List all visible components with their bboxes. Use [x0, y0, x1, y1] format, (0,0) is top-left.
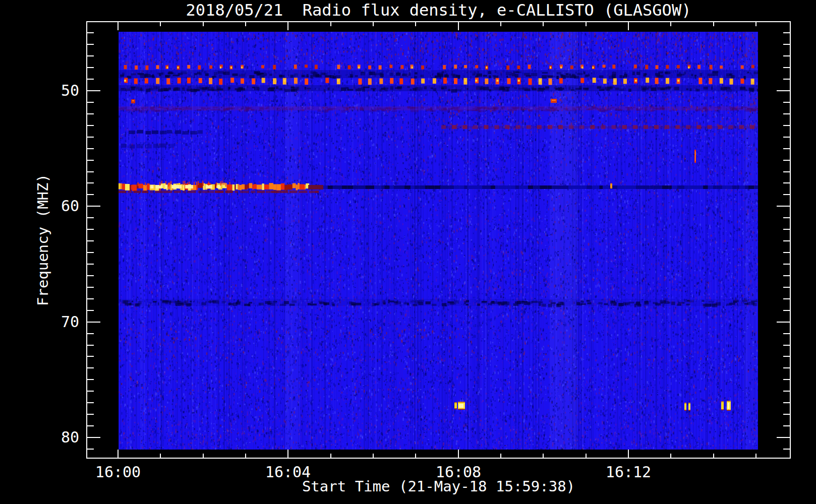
x-tick-major-top	[118, 22, 119, 30]
x-tick-minor-top	[670, 22, 671, 26]
y-tick-major-right	[777, 322, 790, 323]
y-tick-minor-right	[783, 333, 790, 334]
y-tick-minor-right	[783, 113, 790, 114]
y-tick-minor-right	[783, 55, 790, 56]
y-tick-minor	[87, 275, 94, 276]
y-tick-major	[87, 90, 100, 91]
x-tick-minor-top	[160, 22, 161, 26]
y-tick-minor	[87, 298, 94, 299]
y-tick-minor	[87, 160, 94, 161]
y-tick-minor	[87, 217, 94, 218]
y-tick-minor	[87, 252, 94, 253]
x-tick-minor	[330, 454, 331, 458]
y-tick-minor-right	[783, 449, 790, 450]
x-axis-title: Start Time (21-May-18 15:59:38)	[86, 478, 791, 495]
y-tick-minor	[87, 345, 94, 346]
y-tick-minor-right	[783, 264, 790, 265]
y-axis-title: Frequency (MHZ)	[34, 21, 51, 459]
y-tick-minor-right	[783, 252, 790, 253]
y-tick-minor	[87, 229, 94, 230]
y-tick-minor-right	[783, 79, 790, 80]
y-tick-minor-right	[783, 102, 790, 103]
y-tick-major	[87, 206, 100, 207]
y-tick-minor	[87, 287, 94, 288]
y-tick-minor	[87, 67, 94, 68]
x-tick-minor	[670, 454, 671, 458]
y-tick-minor	[87, 194, 94, 195]
y-tick-minor-right	[783, 345, 790, 346]
y-tick-minor-right	[783, 217, 790, 218]
y-tick-minor-right	[783, 275, 790, 276]
y-tick-minor	[87, 367, 94, 368]
y-tick-minor	[87, 171, 94, 172]
y-tick-minor-right	[783, 125, 790, 126]
x-tick-minor	[586, 454, 587, 458]
y-tick-minor-right	[783, 367, 790, 368]
x-tick-minor-top	[415, 22, 416, 26]
y-tick-major	[87, 437, 100, 438]
y-tick-minor-right	[783, 148, 790, 149]
x-tick-minor-top	[713, 22, 714, 26]
y-tick-minor	[87, 55, 94, 56]
x-tick-minor-top	[586, 22, 587, 26]
y-tick-minor-right	[783, 391, 790, 392]
y-tick-minor	[87, 182, 94, 183]
y-tick-minor-right	[783, 32, 790, 33]
chart-title: 2018/05/21 Radio flux density, e-CALLIST…	[86, 1, 791, 20]
y-tick-minor	[87, 310, 94, 311]
y-tick-minor-right	[783, 298, 790, 299]
y-tick-minor	[87, 102, 94, 103]
x-tick-minor-top	[203, 22, 204, 26]
spectrogram-page: 2018/05/21 Radio flux density, e-CALLIST…	[0, 0, 816, 504]
y-tick-minor-right	[783, 182, 790, 183]
y-tick-minor	[87, 240, 94, 241]
x-tick-minor	[203, 454, 204, 458]
x-tick-minor-top	[373, 22, 374, 26]
y-tick-major-right	[777, 437, 790, 438]
y-tick-major	[87, 322, 100, 323]
y-tick-minor	[87, 414, 94, 415]
y-tick-minor-right	[783, 379, 790, 380]
x-tick-minor	[245, 454, 246, 458]
y-tick-minor-right	[783, 171, 790, 172]
y-tick-minor	[87, 402, 94, 403]
x-tick-minor	[500, 454, 501, 458]
y-tick-minor-right	[783, 67, 790, 68]
y-tick-minor-right	[783, 240, 790, 241]
x-tick-minor	[160, 454, 161, 458]
y-tick-minor	[87, 379, 94, 380]
x-tick-minor	[415, 454, 416, 458]
y-tick-minor	[87, 333, 94, 334]
spectrogram-image	[119, 32, 758, 450]
y-tick-minor-right	[783, 287, 790, 288]
y-tick-minor	[87, 32, 94, 33]
x-tick-minor-top	[245, 22, 246, 26]
x-tick-minor	[373, 454, 374, 458]
y-tick-minor	[87, 356, 94, 357]
x-tick-major	[458, 450, 459, 458]
y-tick-minor-right	[783, 356, 790, 357]
y-tick-minor-right	[783, 310, 790, 311]
y-tick-minor-right	[783, 194, 790, 195]
x-tick-minor	[543, 454, 544, 458]
y-tick-minor	[87, 125, 94, 126]
x-tick-major	[118, 450, 119, 458]
y-tick-minor	[87, 425, 94, 426]
y-tick-minor	[87, 449, 94, 450]
y-axis-title-text: Frequency (MHZ)	[34, 174, 51, 306]
x-tick-major-top	[287, 22, 288, 30]
x-tick-minor-top	[755, 22, 756, 26]
y-tick-minor	[87, 148, 94, 149]
x-tick-major-top	[458, 22, 459, 30]
y-tick-minor-right	[783, 425, 790, 426]
y-tick-minor	[87, 264, 94, 265]
y-tick-minor-right	[783, 402, 790, 403]
y-tick-minor-right	[783, 229, 790, 230]
y-tick-minor-right	[783, 137, 790, 138]
y-tick-minor-right	[783, 44, 790, 45]
y-tick-minor	[87, 113, 94, 114]
x-tick-minor	[713, 454, 714, 458]
x-tick-major-top	[628, 22, 629, 30]
x-tick-major	[287, 450, 288, 458]
x-tick-major	[628, 450, 629, 458]
